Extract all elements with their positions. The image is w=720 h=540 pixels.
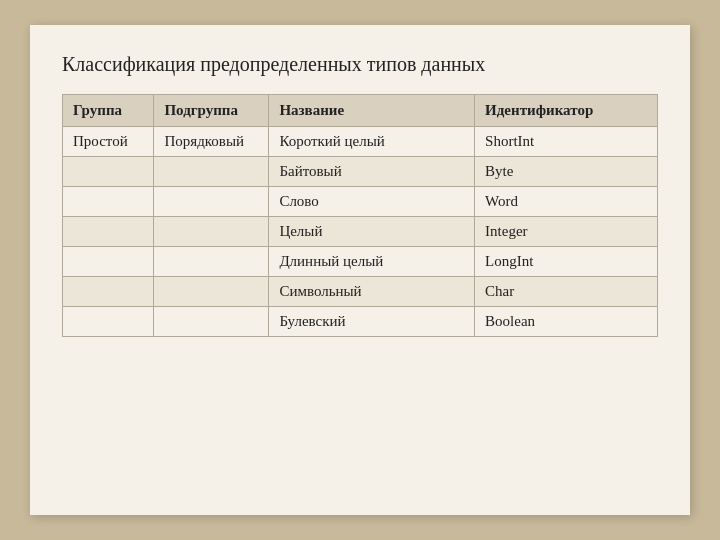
page-title: Классификация предопределенных типов дан…	[62, 53, 658, 76]
cell-id: ShortInt	[475, 127, 658, 157]
header-group: Группа	[63, 95, 154, 127]
cell-group	[63, 277, 154, 307]
cell-subgroup	[154, 247, 269, 277]
table-row: СловоWord	[63, 187, 658, 217]
header-subgroup: Подгруппа	[154, 95, 269, 127]
cell-subgroup	[154, 307, 269, 337]
cell-id: Byte	[475, 157, 658, 187]
cell-name: Короткий целый	[269, 127, 475, 157]
cell-id: Boolean	[475, 307, 658, 337]
cell-name: Слово	[269, 187, 475, 217]
cell-group	[63, 307, 154, 337]
table-row: ПростойПорядковыйКороткий целыйShortInt	[63, 127, 658, 157]
table-row: Длинный целыйLongInt	[63, 247, 658, 277]
header-name: Название	[269, 95, 475, 127]
table-row: БайтовыйByte	[63, 157, 658, 187]
cell-subgroup	[154, 277, 269, 307]
cell-name: Целый	[269, 217, 475, 247]
header-id: Идентификатор	[475, 95, 658, 127]
table-row: СимвольныйChar	[63, 277, 658, 307]
cell-name: Длинный целый	[269, 247, 475, 277]
cell-subgroup	[154, 157, 269, 187]
cell-group: Простой	[63, 127, 154, 157]
cell-subgroup	[154, 217, 269, 247]
table-header-row: Группа Подгруппа Название Идентификатор	[63, 95, 658, 127]
cell-group	[63, 247, 154, 277]
cell-name: Байтовый	[269, 157, 475, 187]
data-table: Группа Подгруппа Название Идентификатор …	[62, 94, 658, 337]
table-row: ЦелыйInteger	[63, 217, 658, 247]
cell-id: Char	[475, 277, 658, 307]
cell-group	[63, 217, 154, 247]
cell-id: Integer	[475, 217, 658, 247]
cell-subgroup	[154, 187, 269, 217]
cell-id: LongInt	[475, 247, 658, 277]
cell-group	[63, 187, 154, 217]
cell-name: Булевский	[269, 307, 475, 337]
table-row: БулевскийBoolean	[63, 307, 658, 337]
cell-subgroup: Порядковый	[154, 127, 269, 157]
page: Классификация предопределенных типов дан…	[30, 25, 690, 515]
cell-name: Символьный	[269, 277, 475, 307]
cell-id: Word	[475, 187, 658, 217]
cell-group	[63, 157, 154, 187]
